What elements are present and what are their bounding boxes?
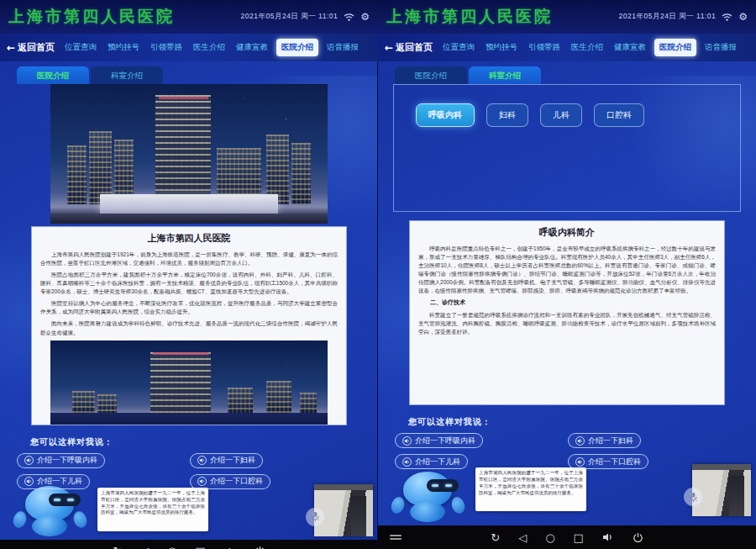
android-back-icon[interactable]: ◁	[518, 532, 527, 543]
suggestions-heading: 您可以这样对我说：	[408, 416, 741, 428]
suggestion-respiratory-button[interactable]: 介绍一下呼吸内科	[17, 453, 105, 468]
back-arrow-icon: ←	[7, 42, 15, 54]
android-navigation-bar: ↻ ◁ ○ □	[0, 540, 378, 549]
power-icon[interactable]	[255, 546, 265, 549]
tab-hospital-intro[interactable]: 医院介绍	[395, 66, 467, 84]
nav-item-guide[interactable]: 引领带路	[148, 40, 185, 55]
dept-button-dental[interactable]: 口腔科	[594, 103, 644, 127]
rotate-icon[interactable]: ↻	[113, 546, 122, 549]
android-home-icon[interactable]: ○	[545, 532, 554, 543]
hide-navbar-icon[interactable]	[390, 535, 402, 540]
robot-mascot[interactable]	[388, 472, 469, 524]
nav-bar: ← 返回首页 位置查询 预约挂号 引领带路 医生介绍 健康宣教 医院介绍 语音播…	[0, 34, 378, 61]
settings-gear-icon[interactable]: ⚙	[738, 12, 748, 22]
robot-mascot[interactable]	[10, 486, 91, 538]
microphone-mute-icon[interactable]	[306, 508, 324, 526]
nav-item-doctors[interactable]: 医生介绍	[569, 40, 606, 55]
tab-hospital-intro[interactable]: 医院介绍	[17, 66, 89, 84]
suggestion-label: 介绍一下呼吸内科	[415, 436, 475, 446]
nav-item-guide[interactable]: 引领带路	[526, 40, 563, 55]
nav-item-hospital-intro[interactable]: 医院介绍	[654, 39, 696, 56]
suggestion-label: 介绍一下儿科	[37, 476, 82, 487]
voice-suggestions: 您可以这样对我说： 介绍一下呼吸内科 介绍一下妇科 介绍一下儿科 介绍一下口腔科	[393, 416, 741, 469]
wifi-icon	[722, 13, 732, 21]
article-paragraph: 科室建立了一整套规范的呼吸系统疾病诊疗流程和一支训练有素的专业团队，开展无创机械…	[418, 311, 716, 336]
nav-item-hospital-intro[interactable]: 医院介绍	[276, 39, 318, 56]
robot-assistant-bar: 上海市第四人民医院始建于一九二一年，位于上海市虹口区，是同济大学附属医院。医院占…	[378, 469, 756, 525]
speaker-icon	[402, 436, 412, 446]
wifi-icon	[344, 13, 354, 21]
suggestion-pediatrics-button[interactable]: 介绍一下儿科	[395, 454, 468, 469]
rotate-icon[interactable]: ↻	[491, 532, 500, 543]
power-icon[interactable]	[633, 532, 643, 543]
robot-speech-bubble: 上海市第四人民医院始建于一九二一年，位于上海市虹口区，是同济大学附属医院。医院占…	[475, 467, 586, 511]
nav-item-health-edu[interactable]: 健康宣教	[612, 40, 648, 55]
volume-icon[interactable]	[224, 546, 236, 549]
suggestion-label: 介绍一下口腔科	[210, 476, 263, 487]
settings-gear-icon[interactable]: ⚙	[360, 12, 370, 22]
suggestion-label: 介绍一下妇科	[210, 455, 255, 466]
android-home-icon[interactable]: ○	[167, 546, 176, 549]
nav-items: 位置查询 预约挂号 引领带路 医生介绍 健康宣教 医院介绍 语音播报	[440, 39, 739, 56]
tab-department-intro[interactable]: 科室介绍	[91, 66, 163, 84]
dept-button-gynecology[interactable]: 妇科	[486, 103, 528, 127]
nav-item-voice[interactable]: 语音播报	[324, 40, 361, 55]
intro-tabs: 医院介绍 科室介绍	[0, 66, 378, 84]
dept-button-pediatrics[interactable]: 儿科	[540, 103, 582, 127]
back-home-button[interactable]: ← 返回首页	[385, 41, 433, 54]
speaker-icon	[197, 477, 207, 486]
nav-item-appointment[interactable]: 预约挂号	[483, 40, 520, 55]
tab-department-intro[interactable]: 科室介绍	[469, 66, 541, 84]
back-home-label: 返回首页	[396, 41, 433, 54]
dual-screenshot-stage: 上海市第四人民医院 2021年05月24日 周一 11:01 ⚙ ← 返回首页 …	[0, 0, 756, 549]
nav-items: 位置查询 预约挂号 引领带路 医生介绍 健康宣教 医院介绍 语音播报	[62, 39, 361, 56]
suggestion-gynecology-button[interactable]: 介绍一下妇科	[190, 453, 263, 468]
back-home-button[interactable]: ← 返回首页	[7, 41, 55, 54]
kiosk-panel-hospital-intro: 上海市第四人民医院 2021年05月24日 周一 11:01 ⚙ ← 返回首页 …	[0, 0, 378, 549]
volume-icon[interactable]	[602, 532, 614, 542]
speaker-icon	[24, 477, 34, 486]
hospital-intro-content: 上海市第四人民医院 上海市第四人民医院创建于1921年，前身为上海铁道医院，是一…	[15, 84, 363, 425]
dept-button-respiratory[interactable]: 呼吸内科	[416, 103, 475, 127]
suggestion-dental-button[interactable]: 介绍一下口腔科	[568, 454, 648, 469]
header-bar: 上海市第四人民医院 2021年05月24日 周一 11:01 ⚙	[378, 0, 756, 34]
camera-preview	[692, 464, 751, 516]
nav-item-health-edu[interactable]: 健康宣教	[234, 40, 270, 55]
kiosk-panel-department-intro: 上海市第四人民医院 2021年05月24日 周一 11:01 ⚙ ← 返回首页 …	[378, 0, 756, 549]
suggestion-pediatrics-button[interactable]: 介绍一下儿科	[17, 474, 90, 489]
intro-tabs: 医院介绍 科室介绍	[378, 66, 756, 84]
robot-assistant-bar: 上海市第四人民医院始建于一九二一年，位于上海市虹口区，是同济大学附属医院。医院占…	[0, 489, 378, 540]
android-back-icon[interactable]: ◁	[140, 546, 149, 549]
microphone-mute-icon[interactable]	[684, 488, 702, 506]
nav-bar: ← 返回首页 位置查询 预约挂号 引领带路 医生介绍 健康宣教 医院介绍 语音播…	[378, 34, 756, 61]
nav-item-doctors[interactable]: 医生介绍	[191, 40, 228, 55]
android-recents-icon[interactable]: □	[573, 532, 583, 543]
nav-item-location[interactable]: 位置查询	[62, 40, 99, 55]
hospital-name-title: 上海市第四人民医院	[8, 6, 175, 28]
article-title: 上海市第四人民医院	[32, 227, 346, 247]
article-paragraph: 呼吸内科是医院重点特色专科之一，创建于1950年，是全市较早成立的呼吸系统疾病专…	[418, 245, 716, 295]
header-bar: 上海市第四人民医院 2021年05月24日 周一 11:01 ⚙	[0, 0, 378, 34]
suggestion-label: 介绍一下口腔科	[588, 457, 641, 467]
nav-item-voice[interactable]: 语音播报	[702, 40, 739, 55]
hospital-name-title: 上海市第四人民医院	[386, 6, 553, 28]
android-recents-icon[interactable]: □	[195, 546, 205, 549]
speaker-icon	[575, 457, 585, 467]
datetime-text: 2021年05月24日 周一 11:01	[241, 12, 339, 22]
suggestion-respiratory-button[interactable]: 介绍一下呼吸内科	[395, 433, 483, 448]
article-paragraph: 医院占地面积三万余平方米，建筑面积十万余平方米，核定床位700余张，设有内科、外…	[40, 271, 338, 296]
robot-speech-bubble: 上海市第四人民医院始建于一九二一年，位于上海市虹口区，是同济大学附属医院。医院占…	[97, 488, 208, 531]
article-paragraph: 面向未来，医院将努力建设成为学科特色鲜明、诊疗技术先进、服务品质一流的现代化三级…	[40, 319, 338, 336]
article-subheading: 二、诊疗技术	[418, 298, 716, 308]
suggestion-dental-button[interactable]: 介绍一下口腔科	[190, 474, 270, 489]
suggestion-label: 介绍一下呼吸内科	[37, 455, 97, 466]
hospital-building-photo-2	[50, 340, 328, 425]
datetime-text: 2021年05月24日 周一 11:01	[619, 12, 717, 22]
voice-suggestions: 您可以这样对我说： 介绍一下呼吸内科 介绍一下妇科 介绍一下儿科 介绍一下口腔科	[15, 436, 363, 489]
camera-preview	[314, 484, 373, 536]
nav-item-appointment[interactable]: 预约挂号	[105, 40, 142, 55]
department-selector-box: 呼吸内科 妇科 儿科 口腔科	[393, 84, 741, 212]
nav-item-location[interactable]: 位置查询	[440, 40, 477, 55]
suggestion-gynecology-button[interactable]: 介绍一下妇科	[568, 433, 641, 448]
back-arrow-icon: ←	[385, 42, 393, 54]
